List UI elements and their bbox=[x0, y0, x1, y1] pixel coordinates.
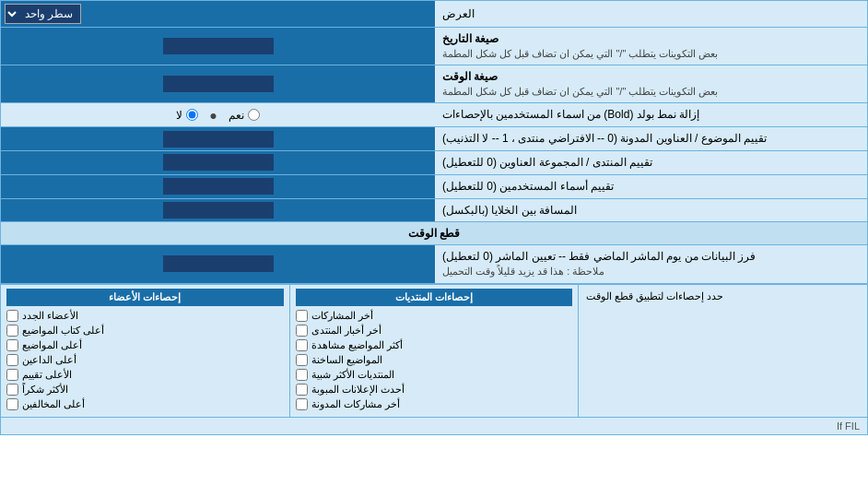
checkboxes-section: حدد إحصاءات لتطبيق قطع الوقت إحصاءات الم… bbox=[1, 284, 867, 417]
topics-rating-label: تقييم الموضوع / العناوين المدونة (0 -- ا… bbox=[435, 127, 867, 150]
checkbox-col-forums: إحصاءات المنتديات أخر المشاركات أخر أخبا… bbox=[289, 285, 579, 417]
checkbox-forum-4[interactable] bbox=[296, 354, 308, 366]
row-date-format: صيغة التاريخ بعض التكوينات يتطلب "/" الت… bbox=[1, 28, 867, 65]
checkbox-item: الأعلى تقييم bbox=[6, 369, 284, 381]
checkbox-item: أكثر المواضيع مشاهدة bbox=[296, 339, 573, 351]
limit-label-cell: حدد إحصاءات لتطبيق قطع الوقت bbox=[578, 285, 867, 417]
row-topics-rating: تقييم الموضوع / العناوين المدونة (0 -- ا… bbox=[1, 127, 867, 151]
checkbox-forum-3[interactable] bbox=[296, 339, 308, 351]
checkbox-item: أعلى كتاب المواضيع bbox=[6, 325, 284, 337]
checkbox-item: الأعضاء الجدد bbox=[6, 310, 284, 322]
ard-label: العرض bbox=[435, 1, 867, 27]
checkbox-forum-7[interactable] bbox=[296, 398, 308, 410]
bottom-note: If FIL bbox=[1, 417, 867, 434]
spacing-input-cell: 2 bbox=[1, 199, 435, 222]
checkbox-member-7[interactable] bbox=[6, 398, 18, 410]
date-format-input[interactable]: d-m bbox=[163, 38, 274, 54]
checkbox-item: أخر المشاركات bbox=[296, 310, 573, 322]
col1-header: إحصاءات المنتديات bbox=[296, 289, 573, 306]
ard-input-cell: سطر واحد سطرين ثلاثة أسطر bbox=[1, 1, 435, 27]
checkbox-item: أحدث الإعلانات المبوبة bbox=[296, 384, 573, 396]
forum-rating-input-cell: 33 bbox=[1, 151, 435, 174]
row-bold: إزالة نمط بولد (Bold) من اسماء المستخدمي… bbox=[1, 103, 867, 127]
time-format-label: صيغة الوقت بعض التكوينات يتطلب "/" التي … bbox=[435, 65, 867, 102]
checkbox-forum-6[interactable] bbox=[296, 384, 308, 396]
checkbox-item: أخر أخبار المنتدى bbox=[296, 325, 573, 337]
time-format-input-cell: H:i bbox=[1, 65, 435, 102]
spacing-input[interactable]: 2 bbox=[163, 202, 274, 219]
checkbox-item: المنتديات الأكثر شبية bbox=[296, 369, 573, 381]
topics-rating-input-cell: 33 bbox=[1, 127, 435, 150]
checkbox-member-4[interactable] bbox=[6, 354, 18, 366]
checkbox-member-6[interactable] bbox=[6, 384, 18, 396]
checkbox-member-5[interactable] bbox=[6, 369, 18, 381]
checkbox-item: أخر مشاركات المدونة bbox=[296, 398, 573, 410]
row-ard: العرض سطر واحد سطرين ثلاثة أسطر bbox=[1, 1, 867, 28]
cutoff-data-input[interactable]: 0 bbox=[163, 255, 274, 272]
checkbox-item: أعلى الداعين bbox=[6, 354, 284, 366]
row-cutoff-data: فرز البيانات من يوم الماشر الماضي فقط --… bbox=[1, 245, 867, 283]
bold-radio-cell: نعم ● لا bbox=[1, 103, 435, 126]
checkbox-forum-1[interactable] bbox=[296, 310, 308, 322]
date-format-input-cell: d-m bbox=[1, 28, 435, 65]
row-time-format: صيغة الوقت بعض التكوينات يتطلب "/" التي … bbox=[1, 65, 867, 103]
checkbox-item: أعلى المخالفين bbox=[6, 398, 284, 410]
users-rating-input[interactable]: 0 bbox=[163, 178, 274, 195]
row-users-rating: تقييم أسماء المستخدمين (0 للتعطيل) 0 bbox=[1, 175, 867, 199]
topics-rating-input[interactable]: 33 bbox=[163, 131, 274, 148]
cutoff-data-input-cell: 0 bbox=[1, 245, 435, 282]
checkbox-member-2[interactable] bbox=[6, 325, 18, 337]
date-format-label: صيغة التاريخ بعض التكوينات يتطلب "/" الت… bbox=[435, 28, 867, 65]
forum-rating-label: تقييم المنتدى / المجموعة العناوين (0 للت… bbox=[435, 151, 867, 174]
spacing-label: المسافة بين الخلايا (بالبكسل) bbox=[435, 199, 867, 222]
forum-rating-input[interactable]: 33 bbox=[163, 154, 274, 171]
cutoff-data-label: فرز البيانات من يوم الماشر الماضي فقط --… bbox=[435, 245, 867, 282]
users-rating-label: تقييم أسماء المستخدمين (0 للتعطيل) bbox=[435, 175, 867, 198]
checkbox-forum-5[interactable] bbox=[296, 369, 308, 381]
checkbox-member-1[interactable] bbox=[6, 310, 18, 322]
users-rating-input-cell: 0 bbox=[1, 175, 435, 198]
ard-select[interactable]: سطر واحد سطرين ثلاثة أسطر bbox=[5, 4, 81, 24]
bold-label: إزالة نمط بولد (Bold) من اسماء المستخدمي… bbox=[435, 103, 867, 126]
row-spacing: المسافة بين الخلايا (بالبكسل) 2 bbox=[1, 199, 867, 223]
row-forum-rating: تقييم المنتدى / المجموعة العناوين (0 للت… bbox=[1, 151, 867, 175]
radio-yes[interactable] bbox=[248, 109, 260, 121]
checkbox-item: أعلى المواضيع bbox=[6, 339, 284, 351]
radio-yes-label[interactable]: نعم bbox=[229, 109, 260, 122]
radio-no-label[interactable]: لا bbox=[176, 109, 198, 122]
col2-header: إحصاءات الأعضاء bbox=[6, 289, 284, 306]
radio-no[interactable] bbox=[186, 109, 198, 121]
checkbox-forum-2[interactable] bbox=[296, 325, 308, 337]
checkbox-item: الأكثر شكراً bbox=[6, 384, 284, 396]
checkbox-item: المواضيع الساخنة bbox=[296, 354, 573, 366]
section-header-cutoff: قطع الوقت bbox=[1, 222, 867, 245]
checkbox-col-members: إحصاءات الأعضاء الأعضاء الجدد أعلى كتاب … bbox=[1, 285, 289, 417]
time-format-input[interactable]: H:i bbox=[163, 76, 274, 92]
checkbox-member-3[interactable] bbox=[6, 339, 18, 351]
